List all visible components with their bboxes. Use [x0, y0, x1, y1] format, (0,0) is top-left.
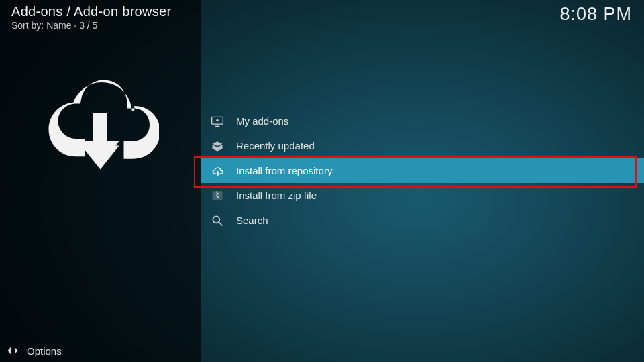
svg-line-12 [219, 222, 223, 225]
options-label: Options [27, 345, 62, 357]
menu-item-label: Search [236, 215, 268, 226]
search-icon [211, 214, 224, 227]
svg-rect-8 [217, 192, 219, 194]
clock: 8:08 PM [559, 4, 632, 25]
open-box-icon [211, 139, 224, 153]
options-button[interactable]: Options [7, 345, 62, 357]
menu-item-install-from-zip[interactable]: Install from zip file [201, 183, 644, 208]
options-arrows-icon [7, 345, 19, 357]
menu-item-label: Recently updated [236, 140, 315, 152]
svg-rect-0 [93, 113, 107, 146]
monitor-addons-icon [211, 115, 224, 128]
cloud-download-large-icon [42, 64, 159, 181]
addon-browser-menu: My add-ons Recently updated Install from… [201, 109, 644, 233]
cloud-download-icon [211, 164, 224, 178]
menu-item-install-from-repository[interactable]: Install from repository [201, 158, 644, 183]
svg-point-5 [216, 119, 218, 121]
menu-item-search[interactable]: Search [201, 208, 644, 233]
breadcrumb: Add-ons / Add-on browser [11, 4, 171, 19]
menu-item-my-addons[interactable]: My add-ons [201, 109, 644, 133]
svg-rect-7 [216, 191, 217, 193]
sort-position-line: Sort by: Name · 3 / 5 [11, 20, 97, 31]
svg-marker-1 [82, 141, 119, 168]
menu-item-label: Install from repository [236, 165, 332, 176]
menu-item-label: My add-ons [236, 115, 288, 127]
menu-item-recently-updated[interactable]: Recently updated [201, 133, 644, 158]
svg-point-11 [213, 216, 219, 223]
svg-rect-10 [217, 196, 219, 198]
menu-item-label: Install from zip file [236, 190, 317, 201]
zip-box-icon [211, 189, 224, 202]
svg-rect-9 [216, 194, 217, 196]
sidebar [0, 0, 201, 362]
